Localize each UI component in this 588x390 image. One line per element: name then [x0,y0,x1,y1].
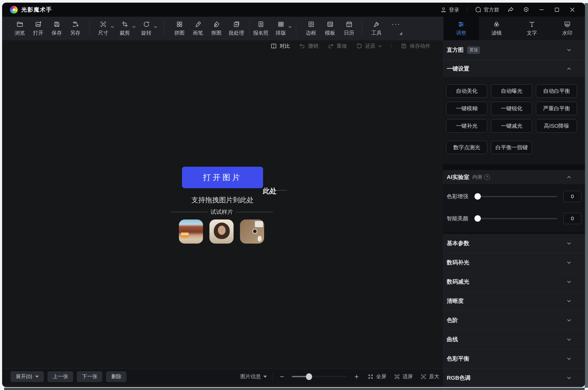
auto-exposure-button[interactable]: 自动曝光 [491,84,532,98]
auto-beautify-button[interactable]: 自动美化 [446,84,487,98]
toolbar-item-cutout[interactable]: 抠图 [207,21,226,36]
toolbar-item-save-as[interactable]: 另存 [66,21,84,36]
toolbar-item-brush[interactable]: 画笔 [189,21,207,36]
fullscreen-button[interactable]: 全屏 [368,373,386,380]
settings-gear-icon[interactable] [522,6,530,14]
yellow-bus-shape [181,232,189,238]
high-iso-denoise-button[interactable]: 高ISO降噪 [536,119,577,133]
chevron-down-icon [110,25,114,29]
toolbar-item-save[interactable]: 保存 [47,21,66,36]
toolbar-item-browse[interactable]: 浏览 [11,21,29,36]
one-click-fill-light-button[interactable]: 一键补光 [446,119,487,133]
tab-watermark[interactable]: 水印 [550,17,585,40]
zoom-slider[interactable] [292,376,346,377]
share-button[interactable] [507,6,515,14]
tab-text[interactable]: 文字 [514,17,550,40]
toolbar-more-button[interactable]: ··· [388,21,404,36]
close-button[interactable] [568,6,576,14]
previous-image-button[interactable]: 上一张 [47,371,73,382]
actual-size-button[interactable]: 原大 [420,373,439,380]
one-click-blur-button[interactable]: 一键模糊 [446,102,487,115]
strip-divider [391,43,391,49]
frame-icon [308,21,315,28]
toolbar-item-batch[interactable]: 批处理 [226,21,247,36]
sample-thumb-portrait[interactable] [209,219,234,244]
compare-button[interactable]: 对比 [271,43,290,49]
tab-filters[interactable]: 滤镜 [479,17,514,40]
template-panel-icon [327,21,334,28]
section-clarity[interactable]: 清晰度 [443,292,585,311]
folder-icon [16,21,23,28]
fit-screen-button[interactable]: 适屏 [394,373,413,380]
app-logo-icon [10,6,18,14]
smart-beauty-value[interactable]: 0 [563,213,581,224]
pin-top-badge[interactable]: 置顶 [467,46,480,54]
one-click-section-header[interactable]: 一键设置 [443,60,585,77]
severe-white-balance-button[interactable]: 严重白平衡 [536,102,577,115]
next-image-button[interactable]: 下一张 [77,371,102,382]
toolbar-item-tools[interactable]: 工具 [368,21,385,36]
minimize-button[interactable] [538,6,545,14]
sample-thumb-desk-flatlay[interactable] [240,219,264,244]
redo-button[interactable]: 重做 [327,43,347,49]
sample-thumb-desert-road[interactable] [179,219,203,244]
chevron-down-icon [288,25,292,29]
toolbar-item-id-photo[interactable]: 报名照 [250,21,272,36]
chevron-down-icon [566,356,572,361]
revert-button[interactable]: 还原 [356,43,382,49]
toolbar-item-crop[interactable]: 裁剪 [118,21,136,36]
login-button[interactable]: 登录 [440,6,459,13]
toolbar-item-template[interactable]: 模板 [321,21,339,36]
slider-thumb[interactable] [475,193,481,200]
open-image-button[interactable]: 打开图片 [182,167,263,188]
one-click-buttons: 自动美化 自动曝光 自动白平衡 一键模糊 一键锐化 严重白平衡 一键补光 一键减… [443,77,585,164]
help-question-icon[interactable]: ? [484,174,490,180]
histogram-section-header[interactable]: 直方图 置顶 [443,40,585,60]
toolbar-item-rotate[interactable]: 旋转 [139,21,158,36]
floppy-icon [53,21,60,28]
chevron-down-icon [566,375,572,381]
section-digital-dim-light[interactable]: 数码减光 [443,272,585,292]
toolbar-item-layout[interactable]: 排版 [274,21,292,36]
white-balance-one-key-button[interactable]: 白平衡一指键 [491,141,532,154]
save-action-button[interactable]: 保存动作 [401,43,430,49]
section-digital-fill-light[interactable]: 数码补光 [443,253,585,272]
zoom-slider-thumb[interactable] [306,373,312,380]
toolbar-item-calendar[interactable]: 12 日历 [340,21,358,36]
one-click-sharpen-button[interactable]: 一键锐化 [491,102,532,115]
slider-thumb[interactable] [475,215,481,222]
toolbar-item-border[interactable]: 边框 [302,21,320,36]
delete-image-button[interactable]: 删除 [106,371,127,382]
chevron-up-icon [566,175,572,180]
maximize-button[interactable] [553,6,561,14]
tab-adjust[interactable]: 调整 [444,17,479,40]
stray-line [275,190,287,191]
toolbar-item-resize[interactable]: 尺寸 [96,21,114,36]
floppy-arrow-icon [72,21,79,28]
section-basic-params[interactable]: 基本参数 [443,234,585,253]
section-curves[interactable]: 曲线 [443,330,585,349]
undo-button[interactable]: 撤销 [299,43,318,49]
id-card-person-icon [257,21,264,28]
auto-white-balance-button[interactable]: 自动白平衡 [536,84,577,98]
section-color-balance[interactable]: 色彩平衡 [443,349,585,368]
ai-lab-content: 色彩增强 0 智能美颜 0 [443,184,585,232]
expand-filmstrip-button[interactable]: 展开(0) [11,371,44,382]
official-group-button[interactable]: 官方群 [475,6,499,13]
toolbar-item-open[interactable]: 打开 [29,21,47,36]
section-rgb-tone[interactable]: RGB色调 [443,368,585,387]
image-info-dropdown[interactable]: 图片信息 [240,373,267,380]
fit-screen-icon [394,374,400,380]
ai-lab-section-header[interactable]: AI实验室 内测 ? [443,170,585,184]
one-click-dim-button[interactable]: 一键减光 [491,119,532,133]
floppy-action-icon [401,43,407,49]
color-enhance-slider[interactable] [476,196,557,197]
calendar-icon: 12 [346,21,353,28]
toolbar-item-collage[interactable]: 拼图 [170,21,189,36]
color-enhance-value[interactable]: 0 [563,191,581,202]
zoom-in-button[interactable]: + [353,373,360,381]
digital-spot-metering-button[interactable]: 数字点测光 [446,141,487,154]
zoom-out-button[interactable]: − [278,373,285,381]
section-levels[interactable]: 色阶 [443,311,585,330]
smart-beauty-slider[interactable] [476,218,557,219]
